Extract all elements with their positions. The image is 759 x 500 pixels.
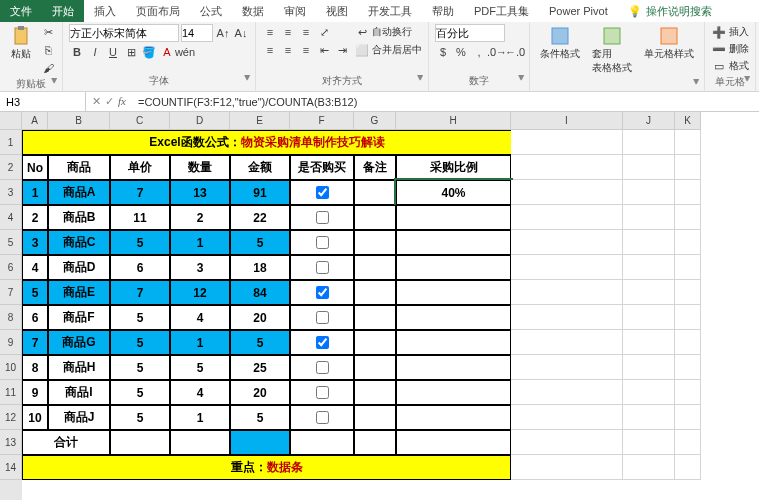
- cell-F13[interactable]: [290, 430, 354, 455]
- tab-view[interactable]: 视图: [316, 0, 358, 22]
- cell-B10[interactable]: 商品H: [48, 355, 110, 380]
- cell-B6[interactable]: 商品D: [48, 255, 110, 280]
- cell-K2[interactable]: [675, 155, 701, 180]
- cell-J6[interactable]: [623, 255, 675, 280]
- cell-K14[interactable]: [675, 455, 701, 480]
- cell-E11[interactable]: 20: [230, 380, 290, 405]
- cell-H8[interactable]: [396, 305, 511, 330]
- paste-button[interactable]: 粘贴: [6, 24, 36, 63]
- cell-G8[interactable]: [354, 305, 396, 330]
- decrease-font-button[interactable]: A↓: [233, 25, 249, 41]
- cell-I4[interactable]: [511, 205, 623, 230]
- cell-C10[interactable]: 5: [110, 355, 170, 380]
- cell-I9[interactable]: [511, 330, 623, 355]
- row-header-13[interactable]: 13: [0, 430, 22, 455]
- buy-checkbox-2[interactable]: [316, 211, 329, 224]
- cell-H13[interactable]: [396, 430, 511, 455]
- cell-K8[interactable]: [675, 305, 701, 330]
- tab-file[interactable]: 文件: [0, 0, 42, 22]
- cell-styles-button[interactable]: 单元格样式: [640, 24, 698, 63]
- buy-checkbox-6[interactable]: [316, 311, 329, 324]
- row-header-1[interactable]: 1: [0, 130, 22, 155]
- cell-J11[interactable]: [623, 380, 675, 405]
- row-header-10[interactable]: 10: [0, 355, 22, 380]
- cell-I7[interactable]: [511, 280, 623, 305]
- cell-C6[interactable]: 6: [110, 255, 170, 280]
- align-top-button[interactable]: ≡: [262, 24, 278, 40]
- cell-I8[interactable]: [511, 305, 623, 330]
- cell-B8[interactable]: 商品F: [48, 305, 110, 330]
- cell-I5[interactable]: [511, 230, 623, 255]
- cell-D11[interactable]: 4: [170, 380, 230, 405]
- format-cells-button[interactable]: ▭格式: [711, 58, 749, 74]
- cell-F3[interactable]: [290, 180, 354, 205]
- tab-review[interactable]: 审阅: [274, 0, 316, 22]
- enter-formula-icon[interactable]: ✓: [105, 95, 114, 108]
- row-header-5[interactable]: 5: [0, 230, 22, 255]
- cell-G12[interactable]: [354, 405, 396, 430]
- cell-J13[interactable]: [623, 430, 675, 455]
- cell-F8[interactable]: [290, 305, 354, 330]
- row-header-8[interactable]: 8: [0, 305, 22, 330]
- dec-decimal-button[interactable]: ←.0: [507, 44, 523, 60]
- cell-C12[interactable]: 5: [110, 405, 170, 430]
- row-header-2[interactable]: 2: [0, 155, 22, 180]
- col-header-G[interactable]: G: [354, 112, 396, 130]
- cell-C2[interactable]: 单价: [110, 155, 170, 180]
- cell-H4[interactable]: [396, 205, 511, 230]
- copy-button[interactable]: ⎘: [40, 42, 56, 58]
- cell-D5[interactable]: 1: [170, 230, 230, 255]
- increase-font-button[interactable]: A↑: [215, 25, 231, 41]
- cell-K9[interactable]: [675, 330, 701, 355]
- fx-icon[interactable]: fx: [118, 95, 126, 108]
- cell-C5[interactable]: 5: [110, 230, 170, 255]
- cell-H6[interactable]: [396, 255, 511, 280]
- cell-E4[interactable]: 22: [230, 205, 290, 230]
- col-header-J[interactable]: J: [623, 112, 675, 130]
- cell-H9[interactable]: [396, 330, 511, 355]
- fill-color-button[interactable]: 🪣: [141, 44, 157, 60]
- cell-K10[interactable]: [675, 355, 701, 380]
- cell-B9[interactable]: 商品G: [48, 330, 110, 355]
- col-header-I[interactable]: I: [511, 112, 623, 130]
- cell-G3[interactable]: [354, 180, 396, 205]
- cell-B4[interactable]: 商品B: [48, 205, 110, 230]
- cell-C9[interactable]: 5: [110, 330, 170, 355]
- cell-I1[interactable]: [511, 130, 623, 155]
- col-header-E[interactable]: E: [230, 112, 290, 130]
- cell-D2[interactable]: 数量: [170, 155, 230, 180]
- cell-I13[interactable]: [511, 430, 623, 455]
- wrap-text-button[interactable]: ↩自动换行: [354, 24, 422, 40]
- tab-pdf[interactable]: PDF工具集: [464, 0, 539, 22]
- cell-A3[interactable]: 1: [22, 180, 48, 205]
- border-button[interactable]: ⊞: [123, 44, 139, 60]
- tab-home[interactable]: 开始: [42, 0, 84, 22]
- cancel-formula-icon[interactable]: ✕: [92, 95, 101, 108]
- cell-C7[interactable]: 7: [110, 280, 170, 305]
- cell-D3[interactable]: 13: [170, 180, 230, 205]
- cell-J9[interactable]: [623, 330, 675, 355]
- inc-decimal-button[interactable]: .0→: [489, 44, 505, 60]
- cell-B7[interactable]: 商品E: [48, 280, 110, 305]
- row-header-14[interactable]: 14: [0, 455, 22, 480]
- cell-E7[interactable]: 84: [230, 280, 290, 305]
- tab-help[interactable]: 帮助: [422, 0, 464, 22]
- row-header-11[interactable]: 11: [0, 380, 22, 405]
- cell-D7[interactable]: 12: [170, 280, 230, 305]
- cell-I6[interactable]: [511, 255, 623, 280]
- font-name-combo[interactable]: [69, 24, 179, 42]
- cell-G11[interactable]: [354, 380, 396, 405]
- cell-D9[interactable]: 1: [170, 330, 230, 355]
- cell-E6[interactable]: 18: [230, 255, 290, 280]
- cell-J4[interactable]: [623, 205, 675, 230]
- cell-B12[interactable]: 商品J: [48, 405, 110, 430]
- col-header-F[interactable]: F: [290, 112, 354, 130]
- cell-H3[interactable]: 40%: [396, 180, 511, 205]
- cell-F9[interactable]: [290, 330, 354, 355]
- cell-I2[interactable]: [511, 155, 623, 180]
- buy-checkbox-8[interactable]: [316, 361, 329, 374]
- buy-checkbox-10[interactable]: [316, 411, 329, 424]
- col-header-C[interactable]: C: [110, 112, 170, 130]
- cell-B5[interactable]: 商品C: [48, 230, 110, 255]
- col-header-H[interactable]: H: [396, 112, 511, 130]
